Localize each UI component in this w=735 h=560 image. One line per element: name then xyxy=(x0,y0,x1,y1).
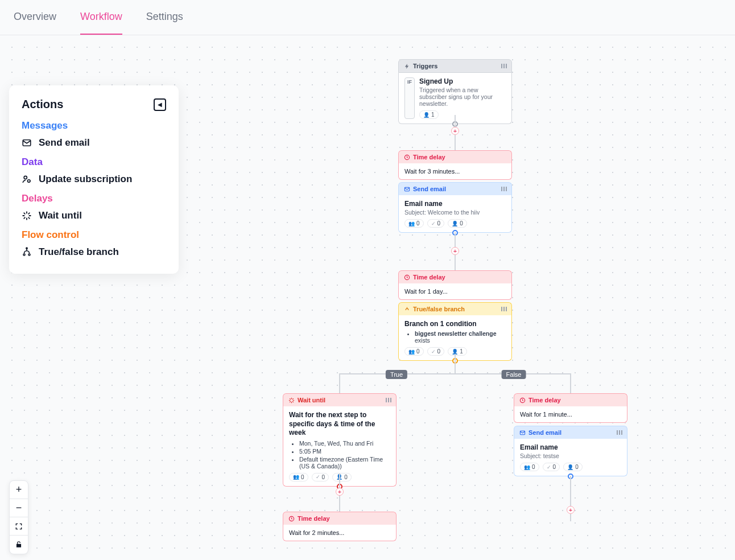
node-send-email-1[interactable]: Send email Email name Subject: Welcome t… xyxy=(398,182,512,233)
category-delays: Delays xyxy=(22,193,166,204)
user-gear-icon xyxy=(22,174,32,184)
action-label: Send email xyxy=(39,137,90,149)
node-settings-button[interactable] xyxy=(617,430,622,435)
tab-settings[interactable]: Settings xyxy=(146,0,183,35)
branch-title: Branch on 1 condition xyxy=(404,320,506,328)
node-header-label: Time delay xyxy=(413,274,445,281)
node-settings-button[interactable] xyxy=(501,64,507,68)
svg-point-3 xyxy=(23,254,25,256)
action-wait-until[interactable]: Wait until xyxy=(22,210,166,221)
action-label: Wait until xyxy=(39,210,82,221)
workflow-canvas[interactable]: Actions Messages Send email Data Update … xyxy=(0,35,735,560)
category-data: Data xyxy=(22,157,166,168)
tab-workflow[interactable]: Workflow xyxy=(80,0,122,35)
branch-label-true: True xyxy=(386,370,407,379)
tabs-bar: Overview Workflow Settings xyxy=(0,0,735,35)
node-settings-button[interactable] xyxy=(386,398,391,402)
collapse-panel-button[interactable] xyxy=(154,98,166,111)
node-header-label: Time delay xyxy=(413,154,445,160)
node-time-delay-2[interactable]: Time delay Wait for 1 day... xyxy=(398,270,512,300)
trigger-title: Signed Up xyxy=(419,77,506,85)
branch-icon xyxy=(22,247,32,257)
envelope-icon xyxy=(22,138,32,148)
trigger-count-pill: 👤 1 xyxy=(419,110,439,119)
zoom-controls: + − xyxy=(9,480,28,554)
if-badge: IF xyxy=(404,77,415,119)
action-update-subscription[interactable]: Update subscription xyxy=(22,174,166,185)
clock-icon xyxy=(519,397,526,403)
node-header-label: Time delay xyxy=(528,397,561,403)
clock-icon xyxy=(403,154,410,160)
lock-button[interactable] xyxy=(10,536,28,554)
node-body-text: Wait for 3 minutes... xyxy=(404,168,460,175)
node-time-delay-4[interactable]: Time delay Wait for 1 minute... xyxy=(514,393,627,423)
branch-condition: biggest newsletter challenge exists xyxy=(415,330,506,344)
email-name: Email name xyxy=(520,443,621,451)
node-header-label: Send email xyxy=(528,429,561,436)
action-label: Update subscription xyxy=(39,174,132,185)
action-send-email[interactable]: Send email xyxy=(22,137,166,149)
node-settings-button[interactable] xyxy=(501,307,507,311)
email-subject: Subject: Welcome to the hiiv xyxy=(404,209,506,216)
node-header-label: Time delay xyxy=(298,515,330,522)
add-step-button[interactable]: + xyxy=(567,506,575,514)
tab-overview[interactable]: Overview xyxy=(14,0,56,35)
envelope-icon xyxy=(403,186,410,192)
wait-timezone: Default timezone (Eastern Time (US & Can… xyxy=(299,456,390,470)
node-branch[interactable]: True/false branch Branch on 1 condition … xyxy=(398,302,512,361)
node-body-text: Wait for 2 minutes... xyxy=(289,529,344,536)
node-header-label: Triggers xyxy=(413,63,437,69)
add-step-button[interactable]: + xyxy=(336,488,344,496)
bolt-icon xyxy=(403,63,410,69)
svg-point-4 xyxy=(28,254,30,256)
category-flow-control: Flow control xyxy=(22,229,166,241)
wait-days: Mon, Tue, Wed, Thu and Fri xyxy=(299,440,390,447)
fit-screen-button[interactable] xyxy=(10,517,28,536)
spinner-icon xyxy=(22,211,32,221)
node-time-delay-1[interactable]: Time delay Wait for 3 minutes... xyxy=(398,150,512,180)
actions-title: Actions xyxy=(22,98,63,111)
svg-point-2 xyxy=(28,180,31,183)
branch-label-false: False xyxy=(502,370,526,379)
node-header-label: Wait until xyxy=(298,397,325,403)
category-messages: Messages xyxy=(22,120,166,131)
port-out[interactable] xyxy=(452,358,458,364)
zoom-in-button[interactable]: + xyxy=(10,481,28,499)
clock-icon xyxy=(288,515,295,522)
node-time-delay-3[interactable]: Time delay Wait for 2 minutes... xyxy=(283,512,397,541)
email-name: Email name xyxy=(404,200,506,208)
wait-time: 5:05 PM xyxy=(299,448,390,455)
action-true-false-branch[interactable]: True/false branch xyxy=(22,246,166,258)
node-body-text: Wait for 1 day... xyxy=(404,288,448,295)
actions-panel: Actions Messages Send email Data Update … xyxy=(9,85,179,274)
user-icon: 👤 xyxy=(423,112,430,118)
stat-pill: ✓0 xyxy=(427,219,445,228)
wait-title: Wait for the next step to specific days … xyxy=(289,411,390,438)
clock-icon xyxy=(403,274,410,281)
add-step-button[interactable]: + xyxy=(451,247,459,255)
zoom-out-button[interactable]: − xyxy=(10,499,28,517)
node-triggers[interactable]: Triggers IF Signed Up Triggered when a n… xyxy=(398,59,512,124)
node-send-email-2[interactable]: Send email Email name Subject: testse 👥0… xyxy=(514,426,627,476)
envelope-icon xyxy=(519,429,526,436)
svg-point-1 xyxy=(24,176,27,179)
branch-icon xyxy=(403,306,410,312)
add-step-button[interactable]: + xyxy=(451,127,459,135)
node-settings-button[interactable] xyxy=(501,187,507,191)
node-body-text: Wait for 1 minute... xyxy=(520,411,572,418)
stat-pill: 👥0 xyxy=(404,219,424,228)
node-header-label: Send email xyxy=(413,186,446,192)
email-subject: Subject: testse xyxy=(520,452,621,459)
node-wait-until[interactable]: Wait until Wait for the next step to spe… xyxy=(283,393,397,487)
trigger-desc: Triggered when a new subscriber signs up… xyxy=(419,87,506,107)
stat-pill: 👤0 xyxy=(448,219,467,228)
action-label: True/false branch xyxy=(39,246,119,258)
spinner-icon xyxy=(288,397,295,403)
node-header-label: True/false branch xyxy=(413,306,465,312)
